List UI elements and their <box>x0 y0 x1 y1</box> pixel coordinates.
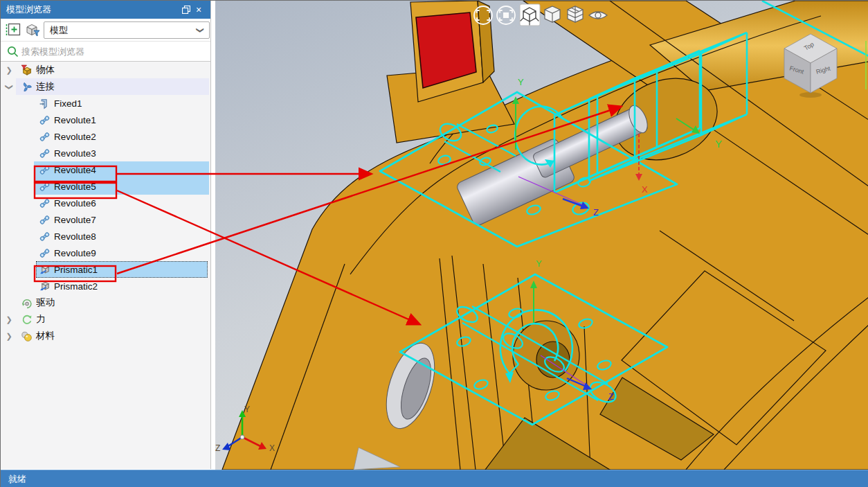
material-icon <box>21 330 33 342</box>
tree-item-Prismatic1[interactable]: Prismatic1 <box>1 261 210 278</box>
search-icon <box>7 46 19 57</box>
tree-item-label: Revolute7 <box>54 215 96 225</box>
status-text: 就绪 <box>8 473 26 486</box>
tree-item-Revolute9[interactable]: Revolute9 <box>1 245 210 261</box>
svg-text:X: X <box>269 443 275 453</box>
prismatic-icon <box>39 281 51 292</box>
bodies-icon <box>21 64 33 76</box>
tree-item-label: 力 <box>36 313 46 326</box>
tree-item-Revolute2[interactable]: Revolute2 <box>1 128 210 145</box>
isometric-view-icon[interactable] <box>520 4 540 26</box>
tree-item-Revolute4[interactable]: Revolute4 <box>1 161 210 178</box>
tree-item-Revolute3[interactable]: Revolute3 <box>1 145 210 161</box>
application-window: 模型浏览器 × <box>0 0 868 487</box>
panel-title: 模型浏览器 <box>6 3 180 16</box>
svg-text:Y: Y <box>715 138 722 150</box>
prismatic-icon <box>39 264 51 276</box>
dropdown-value: 模型 <box>50 24 197 37</box>
tree-item-Fixed1[interactable]: Fixed1 <box>1 95 210 112</box>
tree-item-label: Revolute1 <box>54 115 96 125</box>
tree-item-label: Revolute9 <box>54 248 96 258</box>
joints-icon <box>21 81 33 93</box>
revolute-icon <box>39 247 51 259</box>
tree-item-Revolute5[interactable]: Revolute5 <box>1 178 210 195</box>
browser-scope-dropdown[interactable]: 模型 ❯ <box>44 21 210 39</box>
fixed-icon <box>39 98 51 109</box>
tree-item-label: Revolute6 <box>54 198 96 209</box>
svg-text:Y: Y <box>536 258 542 269</box>
tree-item-label: Prismatic2 <box>54 281 98 292</box>
svg-text:Y: Y <box>244 405 250 414</box>
svg-text:Y: Y <box>518 77 524 87</box>
tree-item-label: 驱动 <box>36 296 55 309</box>
tree-item-label: Revolute4 <box>54 165 96 175</box>
chevron-collapsed-icon[interactable]: ❯ <box>3 332 15 341</box>
revolute-icon <box>39 181 51 193</box>
revolute-icon <box>39 114 51 126</box>
panel-titlebar[interactable]: 模型浏览器 × <box>1 1 210 19</box>
tree-item-Revolute1[interactable]: Revolute1 <box>1 112 210 128</box>
tree-item-Revolute7[interactable]: Revolute7 <box>1 211 210 228</box>
search-input[interactable] <box>21 42 206 60</box>
tree-item-Revolute8[interactable]: Revolute8 <box>1 228 210 245</box>
tree-item-材料[interactable]: ❯材料 <box>1 328 210 344</box>
tree-item-label: Fixed1 <box>54 98 82 109</box>
tree-item-label: 材料 <box>36 330 55 342</box>
svg-text:Z: Z <box>608 391 614 402</box>
tree-item-物体[interactable]: ❯物体 <box>1 62 210 78</box>
svg-text:Z: Z <box>593 207 599 218</box>
svg-text:Z: Z <box>215 443 220 453</box>
tree-item-Prismatic2[interactable]: Prismatic2 <box>1 278 210 294</box>
tree-item-label: Revolute5 <box>54 181 96 192</box>
tree-item-label: 连接 <box>36 80 55 93</box>
tree-item-label: Prismatic1 <box>54 265 98 275</box>
chevron-collapsed-icon[interactable]: ❯ <box>3 315 15 324</box>
float-window-icon[interactable] <box>180 3 192 16</box>
revolute-icon <box>39 164 51 176</box>
revolute-icon <box>39 214 51 226</box>
panel-toolbar: 模型 ❯ <box>1 19 210 41</box>
chevron-expanded-icon[interactable]: ❯ <box>5 81 14 92</box>
svg-text:X: X <box>642 184 648 195</box>
revolute-icon <box>39 231 51 242</box>
add-item-button[interactable] <box>6 22 21 37</box>
model-browser-panel: 模型浏览器 × <box>1 1 211 469</box>
tree-item-Revolute6[interactable]: Revolute6 <box>1 195 210 211</box>
revolute-icon <box>39 197 51 209</box>
status-bar: 就绪 <box>1 470 868 487</box>
revolute-icon <box>39 148 51 159</box>
tree-item-连接[interactable]: ❯连接 <box>1 78 210 95</box>
viewport-3d[interactable]: Y X Y Z Y Z <box>215 1 868 470</box>
tree-item-label: Revolute2 <box>54 132 96 142</box>
chevron-down-icon: ❯ <box>196 27 205 33</box>
tree-item-驱动[interactable]: 驱动 <box>1 294 210 311</box>
chevron-collapsed-icon[interactable]: ❯ <box>3 66 15 75</box>
search-bar <box>1 41 210 62</box>
display-filter-button[interactable] <box>24 22 39 37</box>
model-tree: ❯物体❯连接Fixed1Revolute1Revolute2Revolute3R… <box>1 62 210 469</box>
shaded-view-icon[interactable] <box>545 6 560 22</box>
revolute-icon <box>39 131 51 143</box>
tree-item-力[interactable]: ❯力 <box>1 311 210 328</box>
close-icon[interactable]: × <box>192 3 205 16</box>
tree-item-label: 物体 <box>36 64 55 76</box>
force-icon <box>21 314 33 326</box>
tree-item-label: Revolute8 <box>54 231 96 242</box>
tree-item-label: Revolute3 <box>54 148 96 159</box>
section-view-icon[interactable] <box>568 6 583 22</box>
driver-icon <box>21 297 33 309</box>
